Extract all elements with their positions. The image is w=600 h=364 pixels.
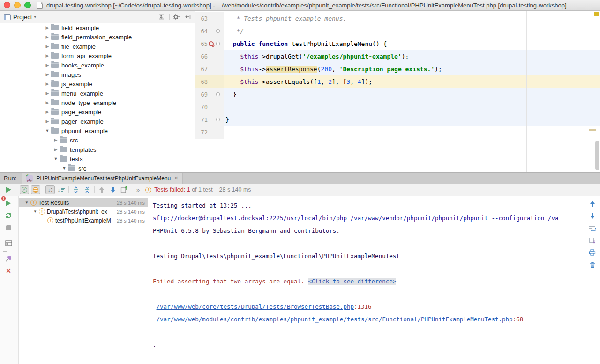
chevron-right-icon[interactable]: ▶ [52,147,60,152]
pin-tab-icon[interactable] [3,253,14,264]
clear-console-icon[interactable] [588,260,597,269]
project-tree-item[interactable]: ▶templates [0,145,195,154]
fold-marker-icon[interactable] [216,118,220,121]
code-line-text[interactable]: public function testPhpUnitExampleMenu()… [224,37,600,50]
project-tree-item[interactable]: ▼tests [0,154,195,163]
chevron-right-icon[interactable]: ▶ [44,100,51,105]
project-panel-title[interactable]: Project [13,14,32,21]
chevron-right-icon[interactable]: ▶ [44,110,51,114]
zoom-window-button[interactable] [24,2,31,8]
hide-panel-icon[interactable] [184,13,192,21]
stack-trace-link[interactable]: /var/www/web/core/tests/Drupal/Tests/Bro… [157,303,354,310]
project-tree-item[interactable]: ▼src [0,163,195,172]
code-line-text[interactable] [224,101,600,113]
project-tree-item[interactable]: ▶pager_example [0,117,195,126]
editor-line[interactable]: 63 * Tests phpunit_example menus. [195,12,600,25]
chevron-right-icon[interactable]: ▶ [44,82,51,86]
chevron-right-icon[interactable]: ▶ [44,25,51,30]
show-passed-button[interactable]: ✓ [20,185,29,194]
project-tree-item[interactable]: ▶field_permission_example [0,32,195,42]
test-tree-row[interactable]: ▼!Drupal\Tests\phpunit_ex28 s 140 ms [19,207,148,216]
chevron-down-icon[interactable]: ▼ [44,128,51,133]
minimize-window-button[interactable] [14,2,21,8]
sort-by-duration-button[interactable]: ↓ [57,185,66,194]
next-failed-test-button[interactable] [108,185,118,194]
project-tree-item[interactable]: ▶form_api_example [0,51,195,60]
project-tree-item[interactable]: ▶js_example [0,79,195,89]
project-tree-item[interactable]: ▼phpunit_example [0,126,195,135]
code-line-text[interactable]: $this->assertResponse(200, 'Description … [224,63,600,75]
editor-line[interactable]: 70 [195,101,600,113]
chevron-right-icon[interactable]: ▶ [44,35,51,39]
code-line-text[interactable] [224,126,600,139]
code-line-text[interactable]: } [224,88,600,101]
failed-test-rerun-icon[interactable] [209,41,214,46]
code-line-text[interactable]: * Tests phpunit_example menus. [224,12,600,25]
down-stack-trace-button[interactable] [588,211,597,221]
rerun-button[interactable] [4,185,13,194]
chevron-right-icon[interactable]: ▶ [44,44,51,49]
chevron-right-icon[interactable]: ▶ [44,119,51,124]
code-editor[interactable]: 63 * Tests phpunit_example menus.64 */65… [195,11,600,172]
sort-alphabetically-button[interactable]: ↓az [45,185,55,194]
project-tree-item[interactable]: ▶menu_example [0,89,195,98]
chevron-right-icon[interactable]: ▶ [44,72,51,77]
show-ignored-button[interactable] [31,185,40,194]
scroll-from-source-icon[interactable] [157,13,165,21]
editor-line[interactable]: 64 */ [195,25,600,37]
chevron-right-icon[interactable]: ▶ [44,63,51,67]
close-panel-icon[interactable]: ✕ [3,266,14,276]
chevron-down-icon[interactable]: ▼ [60,166,68,171]
project-tree-item[interactable]: ▶node_type_example [0,98,195,107]
project-tree-item[interactable]: ▶src [0,135,195,145]
see-difference-link[interactable]: <Click to see difference> [308,278,396,285]
code-line-text[interactable]: } [224,113,600,126]
editor-line[interactable]: 71} [195,113,600,126]
inspection-status-square[interactable] [594,12,599,16]
editor-line[interactable]: 69 } [195,88,600,101]
project-tree-item[interactable]: ▶page_example [0,107,195,117]
test-console-output[interactable]: Testing started at 13:25 ...sftp://docke… [148,196,585,364]
restore-layout-button[interactable] [3,238,14,248]
editor-line[interactable]: 68 $this->assertEquals([1, 2], [3, 4]); [195,75,600,88]
project-tree-item[interactable]: ▶hooks_example [0,60,195,70]
toggle-auto-test-button[interactable] [3,210,14,221]
scroll-to-end-button[interactable] [588,236,597,245]
code-line-text[interactable]: $this->assertEquals([1, 2], [3, 4]); [224,75,600,88]
up-stack-trace-button[interactable] [588,199,597,208]
error-stripe-mark[interactable] [589,129,596,131]
chevron-right-icon[interactable]: ▶ [44,91,51,96]
project-tree-item[interactable]: ▶images [0,70,195,79]
close-tab-icon[interactable]: ✕ [174,175,178,181]
stack-trace-link[interactable]: /var/www/web/modules/contrib/examples/ph… [157,316,513,323]
run-configuration-tab[interactable]: php PHPUnitExampleMenuTest.testPhpUnitEx… [22,173,182,184]
code-line-text[interactable]: */ [224,25,600,37]
editor-line[interactable]: 66 $this->drupalGet('/examples/phpunit-e… [195,50,600,63]
import-test-results-button[interactable] [120,185,129,194]
chevron-down-icon[interactable]: ▼ [31,209,39,214]
print-icon[interactable] [588,248,597,257]
editor-line[interactable]: 72 [195,126,600,139]
project-tree-item[interactable]: ▶field_example [0,23,195,32]
gear-icon[interactable] [172,13,181,21]
code-line-text[interactable]: $this->drupalGet('/examples/phpunit-exam… [224,50,600,63]
collapse-all-button[interactable] [82,185,92,194]
project-tree-item[interactable]: ▶file_example [0,42,195,51]
expand-all-button[interactable] [71,185,81,194]
rerun-failed-tests-button[interactable]: ! [3,198,14,208]
editor-scrollbar[interactable] [595,141,599,170]
chevron-down-icon[interactable]: ▼ [52,156,60,161]
previous-failed-test-button[interactable] [97,185,106,194]
test-tree-row[interactable]: !testPhpUnitExampleM28 s 140 ms [19,216,148,225]
chevron-down-icon[interactable]: ▾ [34,15,36,19]
more-options-chevrons[interactable]: » [136,186,140,193]
test-tree-row[interactable]: ▼!Test Results28 s 140 ms [19,198,148,207]
close-window-button[interactable] [4,2,10,8]
editor-line[interactable]: 65 public function testPhpUnitExampleMen… [195,37,600,50]
chevron-down-icon[interactable]: ▼ [23,201,30,205]
soft-wrap-button[interactable] [588,223,597,233]
chevron-right-icon[interactable]: ▶ [44,53,51,58]
chevron-right-icon[interactable]: ▶ [52,138,60,142]
stop-button[interactable] [3,223,14,233]
fold-marker-icon[interactable] [216,29,220,33]
